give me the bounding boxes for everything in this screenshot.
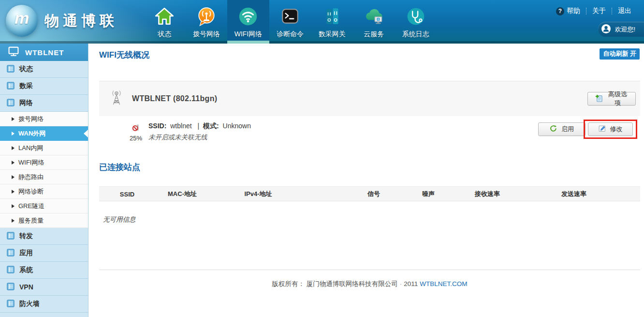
- sidebar-item-firewall[interactable]: 防火墙: [0, 296, 88, 313]
- top-links: ? 帮助 关于 退出: [550, 7, 637, 15]
- home-icon: [154, 4, 175, 29]
- caret-right-icon: [12, 146, 15, 150]
- logo-sphere-icon: m: [6, 5, 38, 37]
- help-icon: ?: [556, 7, 564, 15]
- wifi-overview-section: WTBLNET (802.11bgn) 高级选项: [99, 81, 640, 116]
- about-link[interactable]: 关于: [586, 7, 612, 15]
- sidebar-item-network[interactable]: 网络: [0, 95, 88, 112]
- signal-percent: 25%: [126, 135, 146, 142]
- footer: 版权所有： 厦门物通博联网络科技有限公司·2011 WTBLNET.COM: [99, 280, 640, 288]
- list-icon: [7, 283, 15, 292]
- ssid-row: 25% SSID: wtblnet | 模式: Unknown 未开启或未关联无…: [99, 122, 640, 149]
- sidebar-item-static-route[interactable]: 静态路由: [0, 170, 88, 184]
- caret-right-icon: [12, 132, 15, 136]
- sidebar-item-qos[interactable]: 服务质量: [0, 213, 88, 228]
- cloud-icon: [363, 4, 385, 29]
- sidebar-item-status[interactable]: 状态: [0, 61, 88, 78]
- column-header-mac: MAC-地址: [168, 190, 197, 198]
- footer-divider: [99, 270, 640, 270]
- caret-right-icon: [12, 190, 15, 194]
- list-icon: [7, 266, 15, 275]
- copyright-text: 版权所有： 厦门物通博联网络科技有限公司: [272, 280, 398, 287]
- sidebar-item-gre-tunnel[interactable]: GRE隧道: [0, 199, 88, 213]
- ssid-info: SSID: wtblnet | 模式: Unknown 未开启或未关联无线: [148, 122, 253, 142]
- list-icon: [7, 300, 15, 309]
- monitor-icon: [8, 46, 19, 59]
- sidebar-item-system[interactable]: 系统: [0, 262, 88, 279]
- antenna-icon: [109, 90, 124, 108]
- list-icon: [7, 65, 15, 74]
- ssid-line: SSID: wtblnet | 模式: Unknown: [148, 122, 253, 131]
- column-header-ipv4: IPv4-地址: [244, 190, 272, 198]
- enable-button[interactable]: 启用: [538, 122, 585, 136]
- column-header-tx-rate: 发送速率: [561, 190, 586, 198]
- refresh-icon: [550, 125, 557, 134]
- column-header-noise: 噪声: [422, 190, 435, 198]
- sidebar-item-applications[interactable]: 应用: [0, 245, 88, 262]
- stations-table-header: SSID MAC-地址 IPv4-地址 信号 噪声 接收速率 发送速率: [99, 186, 640, 201]
- sidebar: WTBLNET 状态 数采 网络 拨号网络 WAN外网 LAN内网 WIF: [0, 44, 88, 317]
- signal-indicator: 25%: [126, 123, 146, 142]
- list-icon: [7, 82, 15, 91]
- sidebar-partial-item: [0, 313, 88, 317]
- edit-icon: [599, 125, 606, 134]
- column-header-ssid: SSID: [120, 190, 134, 197]
- brand-logo: m 物通博联: [6, 5, 118, 37]
- wifi-network-title: WTBLNET (802.11bgn): [132, 94, 217, 103]
- sidebar-item-diagnostics[interactable]: 网络诊断: [0, 184, 88, 199]
- top-header: m 物通博联 状态: [0, 0, 644, 44]
- list-icon: [7, 99, 15, 108]
- sidebar-item-wan[interactable]: WAN外网: [0, 126, 88, 141]
- main-nav: 状态 拨号网络: [144, 0, 437, 44]
- caret-right-icon: [12, 161, 15, 165]
- welcome-text: 欢迎您!: [615, 25, 635, 34]
- sidebar-item-wifi-network[interactable]: WIFI网络: [0, 155, 88, 170]
- stethoscope-icon: [406, 4, 426, 29]
- modify-button[interactable]: 修改: [588, 122, 633, 136]
- terminal-icon: [280, 4, 300, 29]
- caret-right-icon: [12, 204, 15, 208]
- user-icon: [601, 24, 611, 35]
- main-content: WIFI无线概况 自动刷新 开 WTBLNET (802.11bgn): [89, 44, 644, 317]
- sidebar-device-header[interactable]: WTBLNET: [0, 44, 88, 61]
- caret-right-icon: [12, 219, 15, 223]
- advanced-options-button[interactable]: 高级选项: [587, 92, 636, 106]
- caret-right-icon: [12, 117, 15, 121]
- nav-tab-cloud[interactable]: 云服务: [353, 0, 395, 44]
- logout-link[interactable]: 退出: [612, 7, 637, 15]
- dialup-icon: [196, 4, 217, 29]
- signal-disabled-icon: [132, 123, 140, 131]
- brand-name: 物通博联: [44, 11, 118, 31]
- list-icon: [7, 232, 15, 241]
- page-add-icon: [595, 94, 603, 104]
- wifi-icon: [237, 4, 259, 29]
- nav-tab-dialup[interactable]: 拨号网络: [186, 0, 228, 44]
- caret-right-icon: [12, 175, 15, 179]
- empty-table-message: 无可用信息: [103, 215, 136, 224]
- page-title: WIFI无线概况: [99, 49, 149, 60]
- nav-tab-diagnostics[interactable]: 诊断命令: [269, 0, 311, 44]
- connected-stations-title: 已连接站点: [99, 162, 140, 173]
- copyright-year: 2011: [404, 280, 418, 287]
- auto-refresh-toggle[interactable]: 自动刷新 开: [600, 48, 640, 60]
- gateway-icon: [322, 4, 342, 29]
- nav-tab-wifi[interactable]: WIFI网络: [227, 0, 269, 44]
- nav-tab-gateway[interactable]: 数采网关: [311, 0, 353, 44]
- footer-link[interactable]: WTBLNET.COM: [420, 280, 467, 287]
- sidebar-item-data-collect[interactable]: 数采: [0, 78, 88, 95]
- wifi-status-text: 未开启或未关联无线: [148, 133, 253, 142]
- router-admin-page: m 物通博联 状态: [0, 0, 644, 317]
- sidebar-item-vpn[interactable]: VPN: [0, 279, 88, 296]
- highlight-annotation-box: 修改: [584, 120, 637, 139]
- column-header-rx-rate: 接收速率: [475, 190, 500, 198]
- help-link[interactable]: ? 帮助: [550, 7, 586, 15]
- welcome-badge[interactable]: 欢迎您!: [598, 22, 644, 37]
- sidebar-item-forwarding[interactable]: 转发: [0, 228, 88, 245]
- nav-tab-status[interactable]: 状态: [144, 0, 186, 44]
- column-header-signal: 信号: [367, 190, 380, 198]
- sidebar-item-dialup-network[interactable]: 拨号网络: [0, 112, 88, 126]
- sidebar-item-lan[interactable]: LAN内网: [0, 141, 88, 155]
- nav-tab-syslog[interactable]: 系统日志: [395, 0, 437, 44]
- sidebar-device-title: WTBLNET: [25, 48, 64, 57]
- list-icon: [7, 249, 15, 258]
